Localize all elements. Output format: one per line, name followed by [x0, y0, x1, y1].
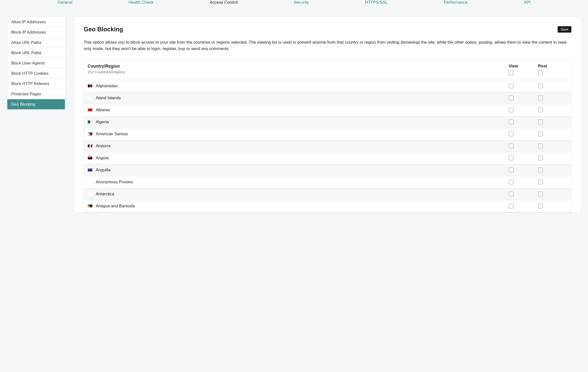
post-checkbox[interactable]: [538, 84, 543, 88]
view-cell: [509, 84, 538, 88]
row-country-cell: Aland Islands: [88, 96, 509, 100]
view-checkbox[interactable]: [509, 156, 513, 160]
post-checkbox[interactable]: [538, 180, 543, 184]
view-cell: [509, 108, 538, 112]
post-checkbox[interactable]: [538, 156, 543, 160]
row-country-cell: Afghanistan: [88, 84, 509, 88]
post-cell: [538, 192, 567, 196]
post-cell: [538, 144, 567, 148]
row-country-cell: Algeria: [88, 120, 509, 124]
row-country-cell: American Samoa: [88, 132, 509, 136]
view-checkbox[interactable]: [509, 144, 513, 148]
post-cell: [538, 156, 567, 160]
view-cell: [509, 168, 538, 172]
view-checkbox[interactable]: [509, 120, 513, 124]
post-cell: [538, 180, 567, 184]
country-name: Algeria: [96, 120, 109, 124]
tab-security[interactable]: Security: [290, 0, 313, 5]
view-checkbox[interactable]: [509, 204, 513, 208]
view-checkbox[interactable]: [509, 180, 513, 184]
flag-icon: [88, 132, 93, 136]
sidebar-list: Allow IP Addresses Block IP Addresses Al…: [7, 17, 65, 110]
row-country-cell: Albania: [88, 108, 509, 112]
view-checkbox[interactable]: [509, 192, 513, 196]
post-cell: [538, 204, 567, 208]
view-checkbox[interactable]: [509, 96, 513, 100]
tab-general[interactable]: General: [54, 0, 76, 5]
country-name: Angola: [96, 156, 109, 161]
post-checkbox[interactable]: [538, 144, 543, 148]
row-country-cell: Andorra: [88, 144, 509, 149]
view-cell: [509, 204, 538, 208]
country-name: Antigua and Barbuda: [96, 204, 135, 209]
top-tabs: General Health Check Access Control Secu…: [0, 0, 588, 12]
geo-table: Country/Region 252 Countries/Regions Vie…: [84, 60, 571, 212]
tab-health-check[interactable]: Health Check: [125, 0, 157, 5]
view-select-all-checkbox[interactable]: [509, 71, 513, 75]
row-country-cell: Antarctica: [88, 192, 509, 197]
flag-icon: [88, 144, 93, 148]
view-checkbox[interactable]: [509, 132, 513, 136]
post-checkbox[interactable]: [538, 96, 543, 100]
post-checkbox[interactable]: [538, 120, 543, 124]
table-row: Antarctica: [84, 188, 571, 200]
post-checkbox[interactable]: [538, 204, 543, 208]
row-country-cell: Anguilla: [88, 168, 509, 173]
post-select-all-checkbox[interactable]: [538, 71, 543, 75]
view-checkbox[interactable]: [509, 108, 513, 112]
sidebar-item-protected-pages[interactable]: Protected Pages: [7, 89, 65, 99]
row-country-cell: Anonymous Proxies: [88, 180, 509, 185]
post-cell: [538, 132, 567, 136]
table-row: Anguilla: [84, 164, 571, 176]
view-checkbox[interactable]: [509, 168, 513, 172]
flag-icon: [88, 108, 93, 112]
post-checkbox[interactable]: [538, 108, 543, 112]
panel-header: Geo Blocking Save: [84, 26, 571, 33]
sidebar-item-allow-url[interactable]: Allow URL Paths: [7, 37, 65, 48]
view-checkbox[interactable]: [509, 84, 513, 88]
country-name: Afghanistan: [96, 84, 118, 88]
country-name: Andorra: [96, 144, 110, 149]
tab-performance[interactable]: Performance: [440, 0, 471, 5]
post-checkbox[interactable]: [538, 192, 543, 196]
sidebar-item-block-url[interactable]: Block URL Paths: [7, 48, 65, 58]
country-name: Antarctica: [96, 192, 114, 197]
flag-icon: [88, 192, 93, 196]
view-cell: [509, 144, 538, 148]
view-cell: [509, 192, 538, 196]
sidebar-item-block-ua[interactable]: Block User-Agents: [7, 58, 65, 68]
flag-icon: [88, 156, 93, 160]
view-cell: [509, 180, 538, 184]
post-cell: [538, 108, 567, 112]
tab-api[interactable]: API: [520, 0, 534, 5]
sidebar-item-block-referers[interactable]: Block HTTP Referers: [7, 79, 65, 89]
table-row: American Samoa: [84, 128, 571, 140]
save-button[interactable]: Save: [558, 26, 571, 33]
table-row: Albania: [84, 104, 571, 116]
post-cell: [538, 84, 567, 88]
table-row: Anonymous Proxies: [84, 176, 571, 188]
post-checkbox[interactable]: [538, 168, 543, 172]
geo-header-count: 252 Countries/Regions: [88, 70, 509, 74]
post-checkbox[interactable]: [538, 132, 543, 136]
flag-icon: [88, 204, 93, 208]
flag-icon: [88, 84, 93, 87]
country-name: Aland Islands: [96, 96, 121, 100]
sidebar: Allow IP Addresses Block IP Addresses Al…: [7, 17, 65, 213]
view-cell: [509, 96, 538, 100]
view-cell: [509, 120, 538, 124]
table-row: Antigua and Barbuda: [84, 200, 571, 212]
col-post-label: Post: [538, 64, 567, 69]
post-cell: [538, 96, 567, 100]
flag-icon: [88, 120, 93, 124]
content-panel: Geo Blocking Save This option allows you…: [74, 17, 581, 213]
flag-icon: [88, 168, 93, 172]
tab-access-control[interactable]: Access Control: [206, 0, 241, 5]
sidebar-item-allow-ip[interactable]: Allow IP Addresses: [7, 17, 65, 27]
sidebar-item-block-ip[interactable]: Block IP Addresses: [7, 27, 65, 37]
sidebar-item-block-cookies[interactable]: Block HTTP Cookies: [7, 68, 65, 79]
flag-icon: [88, 180, 93, 184]
sidebar-item-geo-blocking[interactable]: Geo Blocking: [7, 99, 65, 109]
tab-https-ssl[interactable]: HTTPS/SSL: [361, 0, 392, 5]
panel-description: This option allows you to block access t…: [84, 39, 571, 52]
